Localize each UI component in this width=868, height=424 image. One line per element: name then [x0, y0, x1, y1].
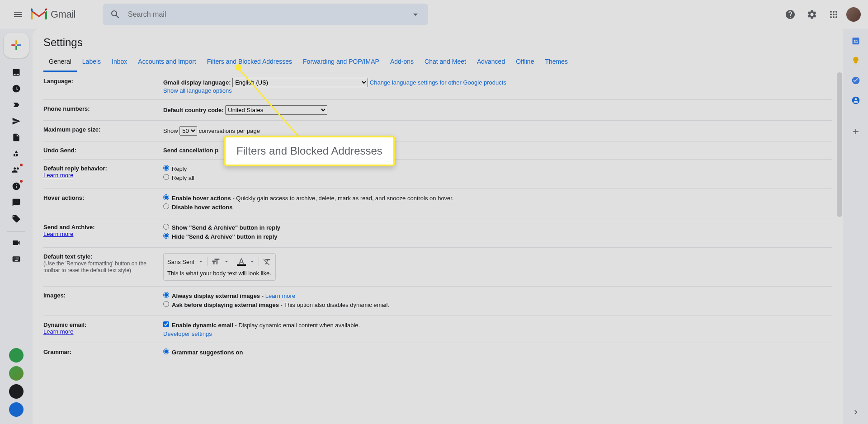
contacts-icon[interactable]	[851, 96, 860, 105]
search-bar[interactable]	[103, 4, 428, 25]
nav-sent[interactable]	[9, 114, 24, 128]
left-sidebar	[0, 29, 33, 424]
grammar-radio-1[interactable]	[163, 349, 169, 354]
display-lang-label: Gmail display language:	[163, 79, 231, 86]
cancel-period-label: Send cancellation p	[163, 147, 218, 154]
main-menu-button[interactable]	[7, 4, 29, 25]
settings-button[interactable]	[803, 5, 821, 24]
help-icon	[785, 9, 796, 20]
nav-snoozed[interactable]	[9, 81, 24, 96]
label-phone: Phone numbers:	[43, 105, 163, 115]
tab-chat[interactable]: Chat and Meet	[419, 52, 472, 72]
nav-inbox[interactable]	[9, 65, 24, 80]
archive-opt2[interactable]: Hide "Send & Archive" button in reply	[163, 233, 832, 240]
tab-accounts[interactable]: Accounts and Import	[132, 52, 201, 72]
dynamic-checkbox[interactable]	[163, 321, 169, 327]
nav-drafts[interactable]	[9, 130, 24, 145]
compose-button[interactable]	[4, 33, 29, 58]
row-grammar: Grammar: Grammar suggestions on	[43, 343, 832, 363]
calendar-icon[interactable]: 31	[851, 36, 860, 45]
tab-addons[interactable]: Add-ons	[385, 52, 419, 72]
change-language-link[interactable]: Change language settings for other Googl…	[370, 79, 506, 86]
show-all-lang-link[interactable]: Show all language options	[163, 87, 232, 94]
dynamic-learn-more[interactable]: Learn more	[43, 328, 73, 335]
keep-icon[interactable]	[851, 56, 860, 65]
search-options-icon[interactable]	[410, 9, 421, 20]
hangout-contact-4[interactable]	[9, 402, 24, 417]
tab-inbox[interactable]: Inbox	[106, 52, 132, 72]
svg-rect-0	[237, 264, 246, 266]
tasks-icon[interactable]	[851, 76, 860, 85]
reply-opt2[interactable]: Reply all	[163, 174, 832, 181]
scrollbar[interactable]	[837, 72, 842, 217]
nav-important[interactable]	[9, 98, 24, 112]
tab-general[interactable]: General	[43, 52, 77, 72]
add-icon[interactable]	[851, 127, 860, 136]
label-grammar: Grammar:	[43, 349, 163, 358]
nav-category[interactable]	[9, 146, 24, 161]
nav-contacts[interactable]	[9, 163, 24, 177]
collapse-panel-icon[interactable]	[851, 408, 860, 417]
dynamic-opt1[interactable]: Enable dynamic email - Display dynamic e…	[163, 321, 832, 329]
gmail-logo[interactable]: Gmail	[31, 8, 75, 21]
images-learn-more[interactable]: Learn more	[265, 292, 295, 299]
video-icon	[12, 238, 21, 247]
hangouts-section	[9, 348, 24, 424]
archive-radio-2[interactable]	[163, 233, 169, 239]
tab-offline[interactable]: Offline	[510, 52, 539, 72]
reply-learn-more[interactable]: Learn more	[43, 172, 73, 179]
clear-format-icon[interactable]	[263, 257, 272, 266]
font-select[interactable]: Sans Serif	[167, 259, 194, 265]
tab-labels[interactable]: Labels	[77, 52, 106, 72]
archive-learn-more[interactable]: Learn more	[43, 231, 73, 237]
label-reply: Default reply behavior:	[43, 165, 107, 172]
nav-info[interactable]	[9, 179, 24, 193]
pagesize-select[interactable]: 50	[179, 126, 197, 136]
gmail-icon	[31, 8, 47, 21]
archive-radio-1[interactable]	[163, 224, 169, 230]
row-images: Images: Always display external images -…	[43, 287, 832, 316]
label-pagesize: Maximum page size:	[43, 126, 163, 136]
nav-meet-join[interactable]	[9, 252, 24, 266]
tab-themes[interactable]: Themes	[539, 52, 573, 72]
apps-button[interactable]	[825, 5, 843, 24]
archive-opt1[interactable]: Show "Send & Archive" button in reply	[163, 224, 832, 231]
hangout-contact-2[interactable]	[9, 366, 24, 381]
gmail-logo-text: Gmail	[51, 9, 75, 20]
hangout-contact-3[interactable]	[9, 384, 24, 399]
images-radio-1[interactable]	[163, 292, 169, 298]
images-opt1[interactable]: Always display external images - Learn m…	[163, 292, 832, 299]
hover-opt2[interactable]: Disable hover actions	[163, 203, 832, 211]
text-style-toolbar: Sans Serif This is what your body text w	[163, 253, 276, 281]
nav-chat[interactable]	[9, 195, 24, 210]
images-opt2[interactable]: Ask before displaying external images - …	[163, 301, 832, 308]
settings-body[interactable]: Language: Gmail display language: Englis…	[33, 72, 843, 424]
support-button[interactable]	[781, 5, 799, 24]
inbox-icon	[12, 68, 21, 77]
page-title: Settings	[33, 29, 843, 52]
people-icon	[12, 165, 21, 174]
hangout-contact-1[interactable]	[9, 348, 24, 363]
developer-settings-link[interactable]: Developer settings	[163, 330, 212, 337]
nav-meet-new[interactable]	[9, 236, 24, 250]
chevron-down-icon	[224, 259, 229, 264]
label-textstyle: Default text style:	[43, 253, 92, 260]
draft-icon	[12, 133, 21, 142]
label-undo: Undo Send:	[43, 147, 163, 154]
label-dynamic: Dynamic email:	[43, 321, 86, 328]
text-size-icon[interactable]	[211, 257, 220, 266]
reply-radio-2[interactable]	[163, 174, 169, 180]
hover-radio-1[interactable]	[163, 194, 169, 200]
side-panel: 31	[843, 29, 868, 424]
hover-radio-2[interactable]	[163, 203, 169, 209]
nav-tag[interactable]	[9, 212, 24, 226]
account-avatar[interactable]	[846, 7, 861, 22]
row-dynamic: Dynamic email:Learn more Enable dynamic …	[43, 316, 832, 343]
grammar-opt1[interactable]: Grammar suggestions on	[163, 349, 832, 356]
text-color-icon[interactable]	[237, 257, 246, 266]
hover-opt1[interactable]: Enable hover actions - Quickly gain acce…	[163, 194, 832, 202]
images-radio-2[interactable]	[163, 301, 169, 307]
search-input[interactable]	[128, 10, 410, 19]
tab-advanced[interactable]: Advanced	[472, 52, 510, 72]
reply-radio-1[interactable]	[163, 165, 169, 171]
